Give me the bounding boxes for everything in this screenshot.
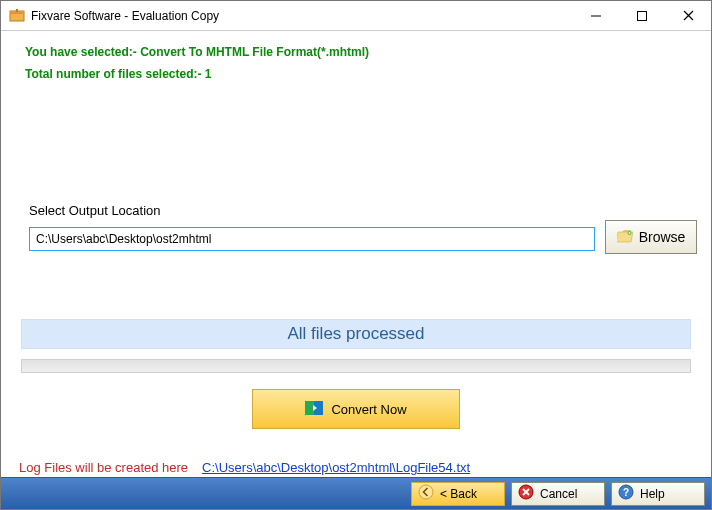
titlebar: Fixvare Software - Evaluation Copy bbox=[1, 1, 711, 31]
back-button-label: < Back bbox=[440, 487, 477, 501]
window-controls bbox=[573, 1, 711, 30]
svg-text:?: ? bbox=[623, 487, 629, 498]
svg-point-10 bbox=[419, 485, 433, 499]
convert-area: Convert Now bbox=[1, 389, 711, 439]
progress-bar bbox=[21, 359, 691, 373]
log-row: Log Files will be created here C:\Users\… bbox=[19, 460, 470, 475]
content-area: You have selected:- Convert To MHTML Fil… bbox=[1, 31, 711, 477]
file-count-message: Total number of files selected:- 1 bbox=[25, 67, 701, 81]
output-location-label: Select Output Location bbox=[29, 203, 161, 218]
folder-icon bbox=[617, 229, 635, 246]
convert-icon bbox=[305, 399, 323, 420]
close-button[interactable] bbox=[665, 1, 711, 30]
convert-button-label: Convert Now bbox=[331, 402, 406, 417]
status-banner: All files processed bbox=[21, 319, 691, 349]
status-text: All files processed bbox=[287, 324, 424, 344]
back-button[interactable]: < Back bbox=[411, 482, 505, 506]
output-path-input[interactable] bbox=[29, 227, 595, 251]
svg-rect-4 bbox=[638, 11, 647, 20]
output-row: Browse bbox=[29, 224, 697, 254]
selected-format-message: You have selected:- Convert To MHTML Fil… bbox=[25, 45, 701, 59]
help-icon: ? bbox=[618, 484, 634, 503]
back-arrow-icon bbox=[418, 484, 434, 503]
app-window: Fixvare Software - Evaluation Copy You h… bbox=[0, 0, 712, 510]
convert-now-button[interactable]: Convert Now bbox=[252, 389, 460, 429]
svg-rect-8 bbox=[305, 401, 314, 415]
cancel-icon bbox=[518, 484, 534, 503]
browse-button[interactable]: Browse bbox=[605, 220, 697, 254]
cancel-button-label: Cancel bbox=[540, 487, 577, 501]
log-file-link[interactable]: C:\Users\abc\Desktop\ost2mhtml\LogFile54… bbox=[202, 460, 470, 475]
command-bar: < Back Cancel ? Help bbox=[1, 477, 711, 509]
window-title: Fixvare Software - Evaluation Copy bbox=[31, 9, 573, 23]
browse-button-label: Browse bbox=[639, 229, 686, 245]
cancel-button[interactable]: Cancel bbox=[511, 482, 605, 506]
help-button[interactable]: ? Help bbox=[611, 482, 705, 506]
svg-rect-2 bbox=[16, 9, 18, 12]
log-label: Log Files will be created here bbox=[19, 460, 188, 475]
app-icon bbox=[9, 8, 25, 24]
maximize-button[interactable] bbox=[619, 1, 665, 30]
minimize-button[interactable] bbox=[573, 1, 619, 30]
help-button-label: Help bbox=[640, 487, 665, 501]
